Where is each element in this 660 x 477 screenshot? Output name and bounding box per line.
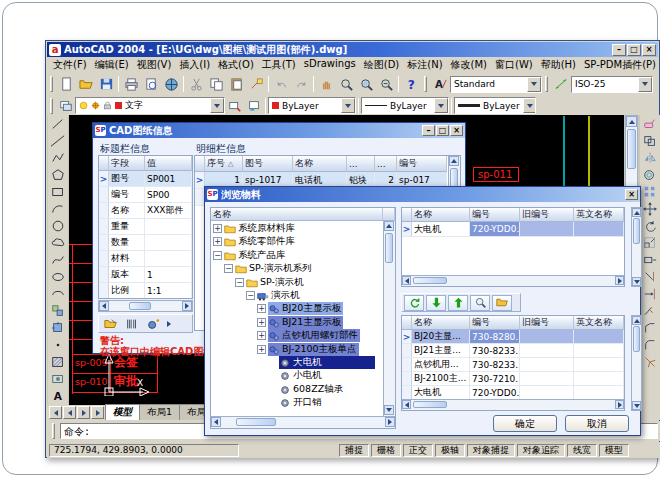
- column-header[interactable]: 编号: [397, 156, 447, 172]
- column-header[interactable]: ...: [347, 156, 375, 172]
- ellipse-button[interactable]: [48, 268, 68, 285]
- scroll-up-button[interactable]: [632, 316, 641, 325]
- tree-item-3[interactable]: −SP-演示机系列: [211, 262, 383, 275]
- column-header[interactable]: 字段: [109, 156, 145, 171]
- revision-cloud-button[interactable]: [48, 234, 68, 251]
- scroll-right-button[interactable]: [182, 301, 192, 311]
- open-folder-button[interactable]: [492, 295, 512, 311]
- tree-node[interactable]: 系统原材料库: [224, 222, 297, 235]
- ellipse-arc-button[interactable]: [48, 285, 68, 302]
- array-button[interactable]: [640, 183, 660, 200]
- scroll-up-button[interactable]: [626, 116, 637, 127]
- break-button[interactable]: [640, 302, 660, 319]
- table-row[interactable]: 重量: [99, 219, 192, 235]
- scroll-left-button[interactable]: [402, 400, 411, 409]
- scroll-left-button[interactable]: [99, 301, 109, 311]
- scroll-right-button[interactable]: [385, 417, 395, 427]
- tree-node[interactable]: 演示机: [257, 289, 302, 302]
- move-up-button[interactable]: [448, 295, 468, 311]
- scroll-right-button[interactable]: [615, 400, 624, 409]
- menu-item-9[interactable]: 修改(M): [447, 57, 491, 73]
- tree-item-9[interactable]: +BJ-2100主板单点: [211, 343, 383, 356]
- column-header[interactable]: 英文名称: [574, 208, 624, 222]
- make-block-button[interactable]: [48, 319, 68, 336]
- table-row[interactable]: 数量: [99, 235, 192, 251]
- barcode-button[interactable]: [122, 315, 141, 332]
- expand-plus-icon[interactable]: +: [213, 237, 222, 246]
- combo-drop-button[interactable]: [341, 98, 355, 113]
- menu-item-7[interactable]: 绘图(D): [360, 57, 404, 73]
- search-button[interactable]: [470, 295, 490, 311]
- column-header[interactable]: 编号: [470, 208, 520, 222]
- linetype-combo[interactable]: ByLayer: [361, 97, 449, 114]
- status-toggle-0[interactable]: 捕捉: [339, 444, 369, 457]
- column-header[interactable]: 名称: [412, 316, 470, 330]
- toolbar-grip[interactable]: [545, 76, 548, 92]
- scroll-up-button[interactable]: [449, 156, 459, 166]
- plot-button[interactable]: [121, 74, 141, 94]
- tree-item-5[interactable]: −演示机: [211, 289, 383, 302]
- tab-nav-last[interactable]: [91, 406, 104, 419]
- scroll-up-button[interactable]: [632, 208, 641, 217]
- menu-item-2[interactable]: 视图(V): [133, 57, 176, 73]
- copy-object-button[interactable]: [640, 132, 660, 149]
- color-combo[interactable]: ByLayer: [268, 97, 356, 114]
- tree-item-6[interactable]: +BJ20主显示板: [211, 302, 383, 315]
- scrollbar-thumb[interactable]: [413, 401, 447, 408]
- line-button[interactable]: [48, 115, 68, 132]
- table-row[interactable]: 点钞机用...730-8233...: [402, 358, 624, 372]
- scroll-left-button[interactable]: [402, 276, 411, 285]
- lineweight-combo[interactable]: ByLayer: [454, 97, 536, 114]
- help-button[interactable]: ?: [401, 74, 421, 94]
- tree-item-0[interactable]: +系统原材料库: [211, 222, 383, 235]
- column-header[interactable]: 名称: [412, 208, 470, 222]
- toolbar-grip[interactable]: [50, 98, 53, 114]
- move-button[interactable]: [640, 200, 660, 217]
- table-row[interactable]: >大电机720-YDD0...: [402, 222, 624, 237]
- tree-item-11[interactable]: 小电机: [211, 369, 383, 382]
- insert-block-button[interactable]: [48, 302, 68, 319]
- table-row[interactable]: >BJ20主显...730-8280...: [402, 330, 624, 344]
- status-toggle-3[interactable]: 极轴: [435, 444, 465, 457]
- collapse-minus-icon[interactable]: −: [213, 251, 222, 260]
- column-header[interactable]: 旧编号: [520, 208, 574, 222]
- dialog-maximize-button[interactable]: □: [436, 125, 449, 136]
- combo-drop-button[interactable]: [523, 98, 536, 113]
- layers-button[interactable]: [56, 97, 75, 114]
- copy-button[interactable]: [206, 74, 226, 94]
- tree-vscrollbar[interactable]: [383, 221, 395, 417]
- tree-node[interactable]: SP-演示机系列: [235, 262, 313, 275]
- scrollbar-thumb[interactable]: [385, 233, 393, 263]
- status-toggle-4[interactable]: 对象捕捉: [467, 444, 515, 457]
- tree-node[interactable]: BJ20主显示板: [268, 302, 343, 315]
- table-row[interactable]: 比例1:1: [99, 283, 192, 299]
- add-part-button[interactable]: [143, 315, 162, 332]
- extend-button[interactable]: [640, 285, 660, 302]
- menu-item-6[interactable]: sDrawings: [300, 57, 360, 73]
- zoom-realtime-button[interactable]: [336, 74, 356, 94]
- tree-item-7[interactable]: +BJ21主显示板: [211, 316, 383, 329]
- scroll-down-button[interactable]: [632, 277, 641, 286]
- scrollbar-thumb[interactable]: [627, 129, 636, 169]
- layer-on-icon[interactable]: [79, 101, 88, 110]
- new-button[interactable]: [56, 74, 76, 94]
- rectangle-button[interactable]: [48, 183, 68, 200]
- menu-item-1[interactable]: 编辑(E): [91, 57, 133, 73]
- selected-material-vscrollbar[interactable]: [631, 207, 642, 287]
- table-hscrollbar[interactable]: [402, 275, 624, 286]
- column-header[interactable]: 英文名称: [574, 316, 624, 330]
- status-toggle-1[interactable]: 栅格: [371, 444, 401, 457]
- toolbar-overflow[interactable]: [164, 321, 174, 327]
- spline-button[interactable]: [48, 251, 68, 268]
- dialog-minimize-button[interactable]: –: [422, 125, 435, 136]
- scrollbar-thumb[interactable]: [129, 302, 151, 310]
- refresh-button[interactable]: [404, 295, 424, 311]
- move-down-button[interactable]: [426, 295, 446, 311]
- tree-item-4[interactable]: −SP-演示机: [211, 276, 383, 289]
- table-row[interactable]: BJ-2100主...730-7210...: [402, 372, 624, 386]
- erase-button[interactable]: [640, 115, 660, 132]
- rotate-button[interactable]: [640, 217, 660, 234]
- tree-item-10[interactable]: 大电机: [211, 356, 383, 369]
- offset-button[interactable]: [640, 166, 660, 183]
- tree-node[interactable]: 开口销: [279, 396, 324, 409]
